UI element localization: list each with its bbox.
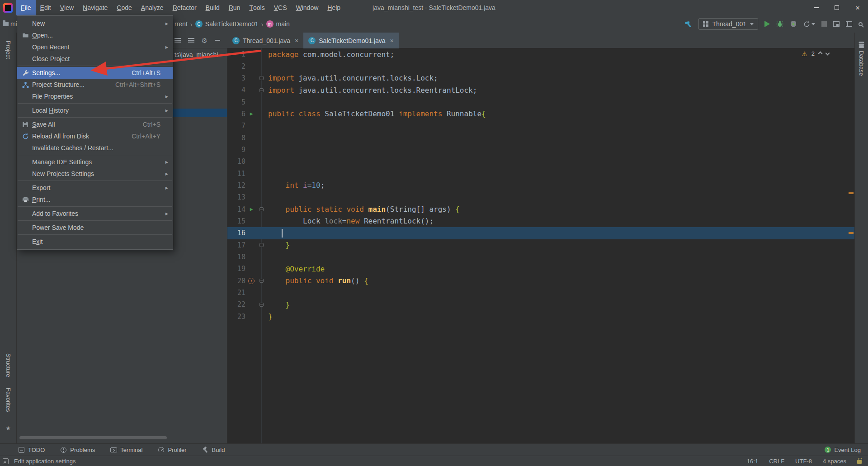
code-line-5[interactable]: 5 [227,96,854,108]
hide-panel-icon[interactable] [215,40,220,41]
code-line-14[interactable]: 14▶ public static void main(String[] arg… [227,203,854,215]
run-button[interactable] [764,21,770,27]
code-line-1[interactable]: 1package com.model.concurrent; [227,48,854,60]
fold-marker-icon[interactable] [259,76,264,80]
breadcrumb-method[interactable]: main [276,20,290,28]
code-line-16[interactable]: 16 [227,227,854,239]
code-line-2[interactable]: 2 [227,60,854,72]
profiler-button[interactable] [803,21,815,28]
horizontal-scrollbar[interactable] [19,436,167,439]
code-line-9[interactable]: 9 [227,144,854,156]
stop-button[interactable] [821,21,827,27]
tool-button-profiler[interactable]: Profiler [158,447,186,453]
breadcrumb-class[interactable]: SaleTicketDemo01 [205,20,259,28]
code-line-12[interactable]: 12 int i=10; [227,180,854,191]
menu-view[interactable]: View [56,0,78,15]
overrides-gutter-icon[interactable]: ↑ [248,278,255,284]
hide-windows-icon[interactable] [846,21,852,27]
run-gutter-icon[interactable]: ▶ [250,111,253,116]
tool-window-favorites[interactable]: Favorites [5,388,12,412]
menu-item-new[interactable]: New▶ [17,18,173,29]
close-tab-icon[interactable]: × [390,37,394,44]
menu-item-print[interactable]: Print... [17,194,173,205]
tool-window-database[interactable]: Database [858,42,865,76]
close-button[interactable]: × [847,0,868,15]
menu-item-exit[interactable]: Exit [17,236,173,247]
code-line-19[interactable]: 19 @Override [227,263,854,275]
menu-item-power-save-mode[interactable]: Power Save Mode [17,222,173,233]
menu-file[interactable]: File [16,0,36,15]
tool-window-switcher-icon[interactable] [3,458,9,464]
fold-marker-icon[interactable] [259,279,264,283]
next-problem-icon[interactable] [826,51,830,55]
menu-window[interactable]: Window [291,0,323,15]
file-encoding[interactable]: UTF-8 [795,458,812,465]
menu-item-local-history[interactable]: Local History▶ [17,105,173,116]
code-line-23[interactable]: 23} [227,311,854,323]
code-line-17[interactable]: 17 } [227,239,854,251]
code-line-13[interactable]: 13 [227,191,854,203]
code-line-8[interactable]: 8 [227,132,854,143]
editor-tab-thread-001-java[interactable]: CThread_001.java× [227,33,303,48]
code-line-22[interactable]: 22 } [227,299,854,310]
breadcrumb-root[interactable]: mi [3,15,17,33]
menu-run[interactable]: Run [224,0,245,15]
code-line-4[interactable]: 4import java.util.concurrent.locks.Reent… [227,84,854,96]
code-line-7[interactable]: 7 [227,120,854,132]
menu-item-manage-ide-settings[interactable]: Manage IDE Settings▶ [17,156,173,168]
tool-button-todo[interactable]: TODO [18,447,45,453]
tool-window-structure[interactable]: Structure [5,353,12,377]
lock-icon[interactable] [857,460,862,464]
menu-item-close-project[interactable]: Close Project [17,53,173,65]
fold-marker-icon[interactable] [259,303,264,307]
tool-button-build[interactable]: Build [202,447,225,453]
menu-item-settings[interactable]: Settings...Ctrl+Alt+S [17,67,173,79]
menu-build[interactable]: Build [201,0,224,15]
menu-item-file-properties[interactable]: File Properties▶ [17,90,173,102]
inspection-widget[interactable]: ⚠ 2 [802,50,829,57]
debug-bug-button[interactable] [776,20,783,28]
build-hammer-icon[interactable] [684,20,692,28]
project-root-label[interactable]: ts\java_mianshi [175,51,218,58]
code-line-21[interactable]: 21 [227,287,854,299]
menu-item-new-projects-settings[interactable]: New Projects Settings▶ [17,168,173,180]
menu-item-reload-all-from-disk[interactable]: Reload All from DiskCtrl+Alt+Y [17,130,173,142]
line-separator[interactable]: CRLF [769,458,784,465]
fold-marker-icon[interactable] [259,207,264,211]
menu-help[interactable]: Help [323,0,345,15]
star-icon[interactable]: ★ [5,425,11,432]
menu-tools[interactable]: Tools [245,0,269,15]
code-line-15[interactable]: 15 Lock lock=new ReentrantLock(); [227,215,854,227]
fold-marker-icon[interactable] [259,88,264,92]
menu-item-save-all[interactable]: Save AllCtrl+S [17,119,173,130]
gear-icon[interactable]: ⚙ [202,37,208,44]
menu-item-export[interactable]: Export▶ [17,182,173,194]
code-line-10[interactable]: 10 [227,156,854,167]
tool-button-problems[interactable]: Problems [60,447,95,453]
code-line-3[interactable]: 3import java.util.concurrent.locks.Lock; [227,72,854,84]
code-line-20[interactable]: 20↑ public void run() { [227,275,854,287]
indent-style[interactable]: 4 spaces [823,458,846,465]
menu-navigate[interactable]: Navigate [78,0,112,15]
event-log-button[interactable]: 1 Event Log [825,447,861,453]
run-configuration-select[interactable]: Thread_001 [698,18,758,30]
error-stripe-warning-mark[interactable] [849,192,854,194]
menu-item-invalidate-caches-restart[interactable]: Invalidate Caches / Restart... [17,142,173,154]
tool-button-terminal[interactable]: Terminal [110,447,142,453]
code-line-11[interactable]: 11 [227,167,854,179]
menu-analyze[interactable]: Analyze [137,0,168,15]
tool-window-project[interactable]: Project [5,41,12,59]
minimize-button[interactable] [806,0,826,15]
caret-position[interactable]: 16:1 [747,458,758,465]
restore-layout-icon[interactable] [833,21,840,27]
menu-item-project-structure[interactable]: Project Structure...Ctrl+Alt+Shift+S [17,79,173,90]
menu-item-add-to-favorites[interactable]: Add to Favorites▶ [17,208,173,219]
fold-marker-icon[interactable] [259,243,264,247]
run-gutter-icon[interactable]: ▶ [250,207,253,212]
editor-tab-saleticketdemo01-java[interactable]: CSaleTicketDemo01.java× [303,33,399,48]
error-stripe-warning-mark[interactable] [849,232,854,234]
previous-problem-icon[interactable] [818,52,823,56]
menu-item-open[interactable]: Open... [17,29,173,41]
view-options-icon[interactable] [188,38,194,43]
scroll-from-source-icon[interactable] [175,38,181,43]
